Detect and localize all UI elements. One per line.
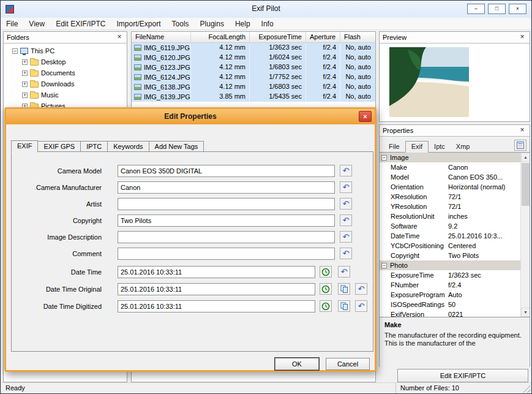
file-row[interactable]: IMG_6123.JPG 4.12 mm 1/6803 sec f/2.4 No…	[132, 63, 375, 72]
tab-xmp[interactable]: Xmp	[451, 142, 476, 152]
file-row[interactable]: IMG_6124.JPG 4.12 mm 1/7752 sec f/2.4 No…	[132, 72, 375, 82]
collapse-icon[interactable]: −	[381, 155, 387, 161]
folder-icon	[30, 93, 39, 99]
property-row[interactable]: ModelCanon EOS 350...	[380, 172, 530, 182]
scroll-down-icon[interactable]: ▼	[521, 308, 530, 317]
tab-add-new-tags[interactable]: Add New Tags	[149, 141, 204, 152]
tab-keywords[interactable]: Keywords	[108, 141, 149, 152]
property-group-image[interactable]: − Image	[380, 153, 530, 162]
tree-item-desktop[interactable]: + Desktop	[4, 56, 127, 67]
undo-button[interactable]: ↶	[340, 198, 352, 210]
property-row[interactable]: CopyrightTwo Pilots	[380, 251, 530, 260]
clock-button[interactable]	[320, 300, 332, 312]
minimize-button[interactable]: –	[467, 4, 485, 14]
column-header-exposuretime[interactable]: ExposureTime	[250, 32, 306, 42]
folders-panel-header: Folders ×	[4, 32, 127, 44]
tab-exif[interactable]: EXIF	[11, 140, 38, 153]
property-row[interactable]: YCbCrPositioningCentered	[380, 241, 530, 251]
expander-icon[interactable]: +	[22, 93, 28, 98]
tree-item-this-pc[interactable]: − This PC	[4, 45, 127, 56]
tab-iptc[interactable]: Iptc	[429, 142, 451, 152]
clock-button[interactable]	[320, 283, 332, 295]
tab-exif[interactable]: Exif	[405, 141, 429, 153]
property-row[interactable]: FNumberf/2.4	[380, 280, 530, 290]
scroll-up-icon[interactable]: ▲	[521, 153, 530, 162]
expander-icon[interactable]: +	[22, 81, 28, 87]
undo-button[interactable]: ↶	[355, 283, 367, 295]
copyright-input[interactable]	[118, 214, 335, 227]
maximize-button[interactable]: □	[488, 4, 506, 14]
property-grid-scrollbar[interactable]: ▲ ▼	[520, 153, 530, 317]
preview-panel-title: Preview	[383, 34, 518, 41]
dialog-close-button[interactable]: ×	[359, 111, 372, 122]
undo-button[interactable]: ↶	[338, 266, 350, 278]
undo-button[interactable]: ↶	[340, 248, 352, 259]
menu-view[interactable]: View	[23, 18, 50, 29]
property-row[interactable]: XResolution72/1	[380, 192, 530, 202]
tree-item-downloads[interactable]: + Downloads	[4, 78, 127, 89]
folders-close-icon[interactable]: ×	[115, 33, 124, 42]
file-row[interactable]: IMG_6138.JPG 4.12 mm 1/6803 sec f/2.4 No…	[132, 82, 375, 92]
collapse-icon[interactable]: −	[381, 263, 387, 268]
preview-close-icon[interactable]: ×	[518, 33, 526, 42]
property-group-photo[interactable]: − Photo	[380, 260, 530, 270]
date-time-digitized-input[interactable]	[118, 300, 315, 313]
date-time-input[interactable]	[118, 266, 315, 278]
expander-icon[interactable]: −	[12, 48, 18, 54]
tree-item-documents[interactable]: + Documents	[4, 67, 127, 78]
properties-close-icon[interactable]: ×	[518, 126, 526, 135]
tab-file[interactable]: File	[383, 142, 405, 152]
tree-item-music[interactable]: + Music	[4, 89, 127, 100]
comment-input[interactable]	[118, 248, 335, 260]
property-row[interactable]: YResolution72/1	[380, 202, 530, 211]
menu-tools[interactable]: Tools	[167, 18, 195, 29]
edit-exif-iptc-button[interactable]: Edit EXIF/IPTC	[397, 369, 528, 382]
file-row[interactable]: IMG_6120.JPG 4.12 mm 1/6024 sec f/2.4 No…	[132, 53, 375, 63]
property-row[interactable]: ISOSpeedRatings50	[380, 300, 530, 309]
image-description-input[interactable]	[118, 231, 335, 243]
copy-button[interactable]	[338, 300, 350, 312]
menu-edit-exif-iptc[interactable]: Edit EXIF/IPTC	[50, 18, 111, 29]
camera-manufacturer-input[interactable]	[118, 181, 335, 194]
properties-options-icon[interactable]	[514, 140, 526, 151]
menu-plugins[interactable]: Plugins	[195, 18, 230, 29]
clock-button[interactable]	[320, 266, 332, 278]
property-row[interactable]: MakeCanon	[380, 162, 530, 172]
date-time-original-input[interactable]	[118, 283, 315, 295]
file-row[interactable]: IMG_6139.JPG 3.85 mm 1/5435 sec f/2.4 No…	[132, 92, 375, 102]
property-row[interactable]: ExposureTime1/3623 sec	[380, 270, 530, 280]
artist-input[interactable]	[118, 198, 335, 210]
tab-iptc[interactable]: IPTC	[81, 141, 108, 152]
cancel-button[interactable]: Cancel	[326, 358, 370, 370]
undo-button[interactable]: ↶	[355, 300, 367, 312]
column-header-flash[interactable]: Flash	[340, 32, 375, 42]
undo-button[interactable]: ↶	[340, 231, 352, 243]
property-row[interactable]: OrientationHorizontal (normal)	[380, 182, 530, 192]
undo-button[interactable]: ↶	[340, 165, 352, 176]
close-button[interactable]: ×	[509, 4, 526, 14]
menu-info[interactable]: Info	[256, 18, 279, 29]
camera-model-input[interactable]	[118, 165, 335, 177]
property-row[interactable]: ExposureProgramAuto	[380, 290, 530, 300]
scrollbar-thumb[interactable]	[522, 163, 530, 206]
column-header-aperture[interactable]: Aperture	[306, 32, 340, 42]
copy-button[interactable]	[338, 283, 350, 295]
file-row[interactable]: IMG_6119.JPG 4.12 mm 1/3623 sec f/2.4 No…	[132, 43, 375, 53]
status-text: Ready	[6, 384, 25, 392]
column-header-filename[interactable]: FileName	[132, 32, 191, 42]
property-row[interactable]: ResolutionUnitinches	[380, 211, 530, 221]
property-row[interactable]: ExifVersion0221	[380, 309, 530, 317]
resize-grip[interactable]	[523, 385, 531, 393]
expander-icon[interactable]: +	[22, 70, 28, 76]
expander-icon[interactable]: +	[22, 59, 28, 65]
menu-import-export[interactable]: Import/Export	[111, 18, 167, 29]
ok-button[interactable]: OK	[275, 358, 319, 370]
tab-exif-gps[interactable]: EXIF GPS	[38, 141, 81, 152]
menu-help[interactable]: Help	[230, 18, 256, 29]
undo-button[interactable]: ↶	[340, 214, 352, 226]
undo-button[interactable]: ↶	[340, 181, 352, 193]
column-header-focallength[interactable]: FocalLength	[191, 32, 250, 42]
property-row[interactable]: DateTime25.01.2016 10:3...	[380, 231, 530, 241]
property-row[interactable]: Software9.2	[380, 221, 530, 231]
menu-file[interactable]: File	[1, 18, 23, 29]
